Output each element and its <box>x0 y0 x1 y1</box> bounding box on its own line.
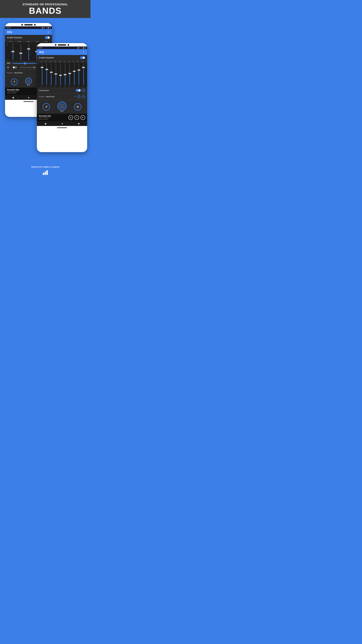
reset-btn-front[interactable]: ↺ <box>42 103 50 110</box>
home-nav-btn[interactable]: ● <box>28 96 29 99</box>
enable-eq-label-back: Enable Equalizer <box>7 36 22 39</box>
eq-sliders-group-front <box>40 63 86 85</box>
signal-front-icon: ▌ <box>78 47 79 49</box>
reset-icon-circle-front[interactable]: ↺ <box>42 103 50 110</box>
eq-slider-230hz[interactable] <box>19 44 22 60</box>
reset-btn-back[interactable]: ↺ <box>11 78 17 85</box>
eq-slider-125hz[interactable] <box>50 63 52 85</box>
bbs-label: BBS <box>7 62 11 64</box>
phone-front-bottom <box>37 126 87 130</box>
phone-front-frame: 12:07 ▌ ⚙ ▲ ▌ ▮ XEQ ⋮ Enable Equ <box>37 43 87 152</box>
logo-bar-1 <box>43 173 44 175</box>
logo-bar-3 <box>46 170 48 175</box>
battery-front-icon: ▮ <box>85 47 85 49</box>
logo-bar-2 <box>44 172 46 175</box>
enable-eq-label-front: Enable Equalizer <box>39 56 54 59</box>
signal-bars-icon: ▌ <box>42 27 43 28</box>
gain-axis-left-front: 0- -0 <box>38 63 39 85</box>
eq-slider-910hz[interactable] <box>27 44 30 60</box>
freq-labels-back: 60Hz 230Hz 910Hz 3kHz 14kHz <box>5 40 52 42</box>
header-title: BANDS <box>3 6 87 16</box>
compressor-row-front: Compressor ⚙ <box>37 88 87 94</box>
reset-icon-back[interactable]: ↺ <box>11 78 17 85</box>
status-bar-back: 12:13 ● ▌ ⚙ ▲ ▌ ▮ <box>5 26 52 29</box>
freq-230hz: 230Hz <box>18 41 21 42</box>
db-00: 0.0 <box>68 86 70 87</box>
compressor-toggle[interactable] <box>76 89 81 92</box>
preset-add-btn-front[interactable]: + <box>77 95 80 98</box>
main-content: 12:13 ● ▌ ⚙ ▲ ▌ ▮ XEQ ⋮ <box>0 18 90 164</box>
enable-eq-row-front: Enable Equalizer <box>37 55 87 60</box>
freq-labels-front: 31 62 125 250 500 1K 2K 4K 8K 16K <box>37 60 87 62</box>
gain-axis-left: Gain +5.8 <box>6 44 8 60</box>
freq-60hz: 60Hz <box>9 41 12 42</box>
headphones-icon-circle-back[interactable]: 🎧 <box>25 78 32 84</box>
settings-icon-front: ⚙ <box>76 105 79 109</box>
db-neg14: -1.4 <box>59 86 61 87</box>
recents-nav-btn-front[interactable]: ■ <box>78 122 79 125</box>
wifi-front-icon: ▲ <box>81 47 83 49</box>
db-neg04: -0.4 <box>54 86 56 87</box>
db-58-1: 5.8 <box>41 86 42 87</box>
enable-eq-toggle-front[interactable] <box>80 56 85 59</box>
threed-toggle[interactable] <box>12 66 17 68</box>
freq-1k: 1K <box>64 61 65 62</box>
back-nav-btn[interactable]: ◀ <box>12 96 14 99</box>
eq-sliders-front: 0- -0 <box>37 62 87 86</box>
settings-btn-front[interactable]: ⚙ <box>74 103 81 110</box>
enable-eq-toggle-back[interactable] <box>45 36 50 39</box>
compressor-settings-btn[interactable]: ⚙ <box>82 89 85 92</box>
headphones-btn-back[interactable]: 🎧 Bose <box>25 78 32 86</box>
track-artist-front: Guns N' Roses <box>39 118 51 120</box>
refresh-icon-front: ↺ <box>45 105 48 109</box>
db-neg08: -0.8 <box>64 86 65 87</box>
eq-slider-1k[interactable] <box>64 63 66 85</box>
eq-slider-16k[interactable] <box>82 63 85 85</box>
presets-label-back: Presets <box>7 72 13 74</box>
header-banner: STANDARD OR PROFESSIONAL BANDS <box>0 0 90 18</box>
eq-slider-8k[interactable] <box>78 63 80 85</box>
home-nav-btn-front[interactable]: ● <box>61 122 63 125</box>
db-10: 1.0 <box>50 86 51 87</box>
skip-prev-btn-front[interactable]: ⏮ <box>68 115 73 120</box>
freq-4k: 4K <box>72 61 74 62</box>
now-playing-front: November Rain Use Your Illusion I Guns N… <box>37 114 87 121</box>
freq-62: 62 <box>45 61 46 62</box>
headphones-btn-front[interactable]: 🎧 Bose <box>57 102 66 112</box>
footer: Android 10 or higher is required <box>0 164 90 178</box>
headphones-icon-circle-front[interactable]: 🎧 <box>57 102 66 110</box>
play-pause-btn-front[interactable]: ⏸ <box>74 115 79 120</box>
gain-zero-bottom: -0 <box>38 84 39 85</box>
app-title-back: XEQ <box>7 31 12 33</box>
presets-value-front: Hard Rock <box>46 96 73 98</box>
eq-slider-4k[interactable] <box>73 63 75 85</box>
status-icons-back: ● ▌ ⚙ ▲ ▌ ▮ <box>41 27 50 28</box>
header-subtitle: STANDARD OR PROFESSIONAL <box>3 3 87 6</box>
eq-slider-31hz[interactable] <box>41 63 43 85</box>
settings-icon-circle-front[interactable]: ⚙ <box>74 103 81 110</box>
eq-slider-500hz[interactable] <box>59 63 62 85</box>
db-20: 2.0 <box>73 86 74 87</box>
app-bar-front: XEQ ⋮ <box>37 49 87 55</box>
db-28: 2.8 <box>77 86 79 87</box>
earpiece-speaker-2 <box>58 44 66 46</box>
skip-next-btn-front[interactable]: ⏭ <box>80 115 85 120</box>
preset-remove-btn-front[interactable]: − <box>82 95 85 98</box>
phone-front-top-bar <box>37 43 87 46</box>
battery-icon: ▮ <box>50 27 50 28</box>
wifi-icon: ▲ <box>46 27 48 28</box>
gain-zero-top: 0- <box>38 63 39 64</box>
freq-16k: 16K <box>81 61 83 62</box>
eq-slider-2k[interactable] <box>68 63 71 85</box>
dropdown-arrow-front[interactable]: ▼ <box>74 96 76 98</box>
phone-front-screen: 12:07 ▌ ⚙ ▲ ▌ ▮ XEQ ⋮ Enable Equ <box>37 46 87 126</box>
eq-slider-250hz[interactable] <box>55 63 57 85</box>
overflow-menu-front[interactable]: ⋮ <box>82 50 85 54</box>
back-nav-btn-front[interactable]: ◀ <box>44 122 46 125</box>
eq-slider-62hz[interactable] <box>45 63 48 85</box>
eq-slider-60hz[interactable] <box>11 44 14 60</box>
device-name-back: Bose <box>27 84 30 86</box>
app-bar-back: XEQ ⋮ <box>5 29 52 35</box>
overflow-menu-back[interactable]: ⋮ <box>47 30 50 34</box>
db-58-2: 5.8 <box>82 86 83 87</box>
